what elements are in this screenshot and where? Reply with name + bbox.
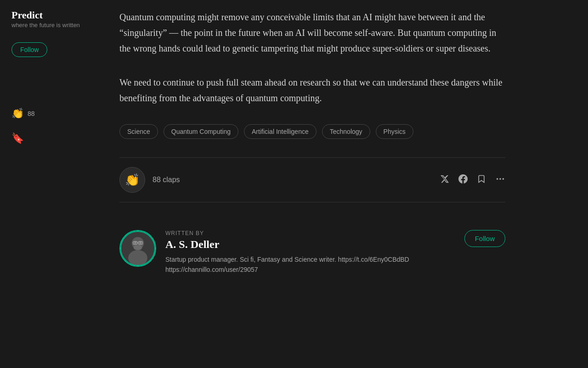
facebook-share-button[interactable]	[458, 174, 468, 186]
tags-container: Science Quantum Computing Artificial Int…	[119, 124, 505, 139]
claps-count-label: 88 claps	[153, 176, 180, 184]
main-content: Quantum computing might remove any conce…	[92, 0, 588, 368]
bookmark-action[interactable]: 🔖	[11, 132, 35, 144]
svg-point-11	[134, 245, 142, 250]
brand-title: Predict	[11, 9, 80, 21]
svg-point-2	[503, 178, 504, 180]
svg-point-5	[128, 250, 147, 266]
tag-quantum-computing[interactable]: Quantum Computing	[164, 124, 238, 139]
more-options-button[interactable]	[495, 174, 505, 186]
author-name: A. S. Deller	[165, 238, 455, 251]
article-paragraph-2: We need to continue to push full steam a…	[119, 75, 505, 106]
author-bio: Startup product manager. Sci fi, Fantasy…	[165, 254, 455, 275]
brand-container: Predict where the future is written	[11, 9, 80, 37]
twitter-share-button[interactable]	[440, 174, 449, 186]
claps-section: 👏 88 claps	[119, 157, 505, 202]
clap-button[interactable]: 👏	[119, 167, 145, 193]
tag-physics[interactable]: Physics	[376, 124, 413, 139]
author-follow-container: Follow	[464, 230, 505, 247]
claps-right	[440, 174, 505, 186]
sidebar-follow-button[interactable]: Follow	[11, 42, 47, 57]
article-paragraph-1: Quantum computing might remove any conce…	[119, 9, 505, 56]
svg-point-1	[499, 178, 501, 180]
sidebar-actions: 👏 88 🔖	[11, 108, 35, 144]
svg-point-0	[497, 178, 498, 180]
clap-count: 88	[28, 110, 35, 117]
bookmark-icon: 🔖	[11, 132, 24, 144]
clap-action[interactable]: 👏 88	[11, 108, 35, 120]
tag-technology[interactable]: Technology	[322, 124, 370, 139]
tag-science[interactable]: Science	[119, 124, 158, 139]
author-avatar[interactable]	[119, 230, 156, 267]
claps-left: 👏 88 claps	[119, 167, 180, 193]
svg-point-6	[134, 242, 136, 244]
written-by-label: WRITTEN BY	[165, 230, 455, 236]
author-info: WRITTEN BY A. S. Deller Startup product …	[165, 230, 455, 275]
tag-artificial-intelligence[interactable]: Artificial Intelligence	[244, 124, 317, 139]
clap-circle-icon: 👏	[125, 173, 140, 187]
sidebar: Predict where the future is written Foll…	[0, 0, 92, 368]
clap-icon: 👏	[11, 108, 24, 120]
brand-subtitle: where the future is written	[11, 21, 80, 29]
article-bookmark-button[interactable]	[477, 174, 486, 186]
author-section: WRITTEN BY A. S. Deller Startup product …	[119, 221, 505, 284]
svg-point-7	[139, 242, 142, 244]
article-body: Quantum computing might remove any conce…	[119, 0, 560, 284]
author-follow-button[interactable]: Follow	[464, 230, 505, 247]
